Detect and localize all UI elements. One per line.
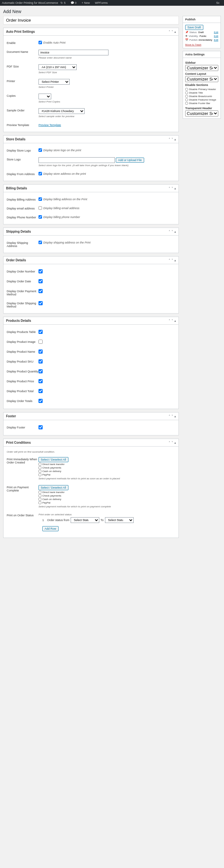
footer-checkbox[interactable] (38, 425, 43, 429)
toggle-icon[interactable]: ▴ (174, 414, 176, 418)
billing-addr-checkbox[interactable] (38, 197, 42, 201)
toggle-icon[interactable]: ▴ (174, 187, 176, 190)
products-table-checkbox[interactable] (38, 330, 43, 334)
chevron-up-icon[interactable]: ˄ (169, 137, 170, 141)
site-name[interactable]: Automatic Order Printing for WooCommerce (2, 1, 58, 4)
order-shipping-checkbox[interactable] (38, 301, 43, 305)
store-logo-display-checkbox[interactable] (38, 148, 42, 152)
chevron-up-icon[interactable]: ˄ (169, 258, 170, 262)
printer-select[interactable]: Select Printer (38, 79, 70, 85)
billing-phone-checkbox[interactable] (38, 215, 42, 219)
add-row-button[interactable]: Add Row (42, 526, 59, 531)
move-to-trash-link[interactable]: Move to Trash (185, 43, 201, 46)
pc-bank-checkbox[interactable] (38, 491, 41, 494)
chevron-down-icon[interactable]: ˅ (171, 258, 173, 262)
calendar-icon: 📅 (185, 38, 188, 41)
chevron-up-icon[interactable]: ˄ (169, 414, 170, 418)
from-address-checkbox[interactable] (38, 172, 42, 175)
toggle-icon[interactable]: ▴ (174, 441, 176, 444)
pm-bank-checkbox[interactable] (38, 463, 41, 466)
select-deselect-button[interactable]: Select / Deselect All (38, 457, 68, 462)
ds-breadcrumb-radio[interactable] (185, 95, 188, 98)
copies-select[interactable]: 1 (38, 94, 51, 99)
page-title: Add New (3, 9, 221, 14)
astra-layout-select[interactable]: Customizer Setting (185, 76, 218, 82)
products-metabox: Products Details˄˅▴ Display Products Tab… (3, 317, 179, 409)
ds-title-radio[interactable] (185, 91, 188, 94)
product-price-checkbox[interactable] (38, 379, 43, 383)
chevron-down-icon[interactable]: ˅ (171, 30, 173, 33)
pm-cod-checkbox[interactable] (38, 470, 41, 473)
chevron-up-icon[interactable]: ˄ (169, 319, 170, 322)
pm-check-checkbox[interactable] (38, 466, 41, 469)
edit-status-link[interactable]: Edit (214, 31, 218, 34)
updates-icon[interactable]: ↻ 5 (60, 1, 68, 4)
comments-icon[interactable]: 💬 0 (71, 1, 79, 4)
pm-paypal-checkbox[interactable] (38, 473, 41, 476)
store-logo-input[interactable] (38, 157, 115, 163)
section-title: Footer (6, 414, 169, 418)
chevron-up-icon[interactable]: ˄ (169, 30, 170, 33)
chevron-down-icon[interactable]: ˅ (171, 137, 173, 141)
toggle-icon[interactable]: ▴ (174, 230, 176, 233)
astra-transparent-select[interactable]: Customizer Setting (185, 111, 218, 117)
section-title: Store Details (6, 137, 169, 141)
store-metabox: Store Details˄˅▴ Display Store LogoDispl… (3, 135, 179, 181)
order-number-checkbox[interactable] (38, 269, 43, 273)
chevron-down-icon[interactable]: ˅ (171, 187, 173, 190)
product-total-checkbox[interactable] (38, 389, 43, 393)
product-image-checkbox[interactable] (38, 340, 43, 344)
product-name-checkbox[interactable] (38, 349, 43, 353)
wpforms-link[interactable]: WPForms (95, 1, 107, 4)
section-title: Billing Details (6, 187, 169, 190)
post-title-input[interactable] (3, 16, 179, 25)
eye-icon: 👁 (185, 35, 188, 37)
pin-icon: 📌 (185, 31, 188, 34)
shipping-addr-checkbox[interactable] (38, 241, 42, 244)
new-link[interactable]: + New (82, 1, 92, 4)
section-title: Order Details (6, 258, 169, 262)
docname-input[interactable] (38, 50, 108, 55)
pc-paypal-checkbox[interactable] (38, 501, 41, 504)
toggle-icon[interactable]: ▴ (174, 319, 176, 322)
docname-label: Document Name (7, 50, 38, 59)
preview-link[interactable]: Preview Template (38, 124, 61, 127)
edit-publish-link[interactable]: Edit (214, 38, 218, 41)
save-draft-button[interactable]: Save Draft (185, 25, 203, 30)
chevron-down-icon[interactable]: ˅ (171, 230, 173, 233)
status-to-select[interactable]: Select Status (105, 517, 134, 523)
pdfsize-label: PDF Size (7, 64, 38, 74)
select-deselect-button[interactable]: Select / Deselect All (38, 485, 68, 490)
toggle-icon[interactable]: ▴ (174, 258, 176, 262)
conditions-metabox: Print Conditions˄˅▴ Order will print on … (3, 439, 179, 538)
order-date-checkbox[interactable] (38, 279, 43, 283)
order-totals-checkbox[interactable] (38, 399, 43, 403)
enable-checkbox[interactable] (38, 41, 42, 44)
status-from-select[interactable]: Select Status (71, 517, 99, 523)
ds-footer-radio[interactable] (185, 102, 188, 105)
astra-box: Astra Settings Sidebar Customizer Settin… (183, 51, 221, 119)
pc-check-checkbox[interactable] (38, 494, 41, 497)
chevron-down-icon[interactable]: ˅ (171, 414, 173, 418)
chevron-down-icon[interactable]: ˅ (171, 441, 173, 444)
order-payment-checkbox[interactable] (38, 289, 43, 293)
edit-visibility-link[interactable]: Edit (214, 35, 218, 37)
upload-file-button[interactable]: Add or Upload File (116, 158, 144, 163)
toggle-icon[interactable]: ▴ (174, 137, 176, 141)
chevron-up-icon[interactable]: ˄ (169, 230, 170, 233)
toggle-icon[interactable]: ▴ (174, 30, 176, 33)
ds-primary-radio[interactable] (185, 88, 188, 91)
chevron-down-icon[interactable]: ˅ (171, 319, 173, 322)
chevron-up-icon[interactable]: ˄ (169, 187, 170, 190)
product-sku-checkbox[interactable] (38, 359, 43, 364)
billing-email-checkbox[interactable] (38, 206, 42, 210)
screen-options[interactable]: Sc (216, 1, 220, 4)
ds-featured-radio[interactable] (185, 98, 188, 101)
product-qty-checkbox[interactable] (38, 369, 43, 373)
admin-bar: Automatic Order Printing for WooCommerce… (0, 0, 224, 6)
sample-select[interactable]: #1428 Kishore Chowdary (38, 108, 85, 114)
chevron-up-icon[interactable]: ˄ (169, 441, 170, 444)
pc-cod-checkbox[interactable] (38, 498, 41, 501)
pdfsize-select[interactable]: A4 (210 x 297 mm) (38, 64, 77, 70)
astra-sidebar-select[interactable]: Customizer Setting (185, 65, 218, 71)
